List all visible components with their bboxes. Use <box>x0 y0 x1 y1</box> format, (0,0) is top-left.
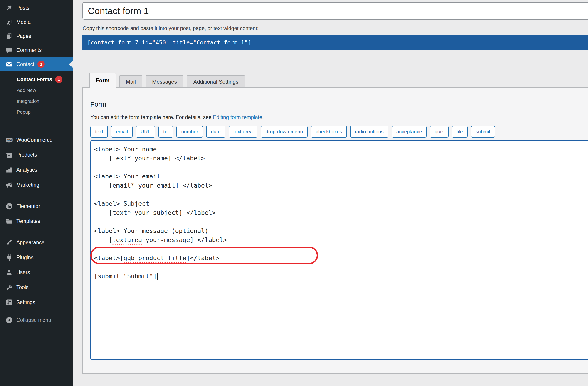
code-line: [text* your-subject] </label> <box>94 208 588 217</box>
sidebar-item-contact[interactable]: Contact 1 <box>0 57 73 71</box>
sidebar-item-label: WooCommerce <box>16 137 52 143</box>
admin-sidebar: Posts Media Pages Comments Contact 1 Con… <box>0 0 73 386</box>
form-title-input[interactable] <box>83 2 588 19</box>
editing-form-template-link[interactable]: Editing form template <box>213 114 262 120</box>
bar-chart-icon <box>5 166 13 174</box>
submenu-item-popup[interactable]: Popup <box>0 107 73 117</box>
sidebar-item-label: Tools <box>16 284 29 290</box>
sidebar-item-label: Appearance <box>16 239 44 246</box>
description-text: You can edit the form template here. For… <box>90 114 213 120</box>
sidebar-item-pages[interactable]: Pages <box>0 29 73 43</box>
collapse-arrow-icon <box>5 316 13 324</box>
code-line: [textarea your-message] </label> <box>94 235 588 245</box>
paintbrush-icon <box>5 238 13 247</box>
sidebar-item-woocommerce[interactable]: Woo WooCommerce <box>0 133 73 147</box>
sidebar-item-label: Templates <box>16 218 40 224</box>
code-line: [email* your-email] </label> <box>94 181 588 190</box>
tag-button-date[interactable]: date <box>206 126 225 138</box>
form-tab-panel: Form You can edit the form template here… <box>83 87 588 374</box>
tab-additional-settings[interactable]: Additional Settings <box>187 75 245 87</box>
spellcheck-underline: gqb_product_title <box>124 254 186 262</box>
sidebar-item-label: Media <box>16 19 31 25</box>
submenu-item-label: Add New <box>17 88 36 93</box>
description-period: . <box>262 114 264 120</box>
sidebar-item-label: Marketing <box>16 182 39 188</box>
sidebar-item-label: Pages <box>16 33 31 39</box>
code-line: <label> Your name <box>94 145 588 154</box>
sidebar-item-analytics[interactable]: Analytics <box>0 162 73 177</box>
pushpin-icon <box>5 4 13 12</box>
code-line-blank <box>94 163 588 172</box>
panel-heading: Form <box>90 100 588 108</box>
sliders-icon <box>5 298 13 306</box>
plugin-icon <box>5 253 13 262</box>
submenu-item-contact-forms[interactable]: Contact Forms 1 <box>0 74 73 85</box>
submenu-item-add-new[interactable]: Add New <box>0 85 73 96</box>
active-menu-arrow <box>69 61 73 68</box>
code-line: <label> Your message (optional) <box>94 226 588 235</box>
sidebar-item-tools[interactable]: Tools <box>0 280 73 295</box>
code-line: [text* your-name] </label> <box>94 154 588 163</box>
tag-button-tel[interactable]: tel <box>158 126 173 138</box>
sidebar-item-templates[interactable]: Templates <box>0 214 73 229</box>
code-line-blank <box>94 263 588 272</box>
wrench-icon <box>5 283 13 291</box>
tag-button-submit[interactable]: submit <box>471 126 495 138</box>
tag-button-quiz[interactable]: quiz <box>430 126 448 138</box>
sidebar-item-settings[interactable]: Settings <box>0 295 73 310</box>
sidebar-item-marketing[interactable]: Marketing <box>0 177 73 192</box>
tag-generator-buttons: text email URL tel number date text area… <box>90 126 588 138</box>
sidebar-item-products[interactable]: Products <box>0 147 73 162</box>
code-line: <label> Your email <box>94 172 588 181</box>
tag-button-number[interactable]: number <box>176 126 203 138</box>
sidebar-item-plugins[interactable]: Plugins <box>0 250 73 265</box>
tab-messages[interactable]: Messages <box>146 75 183 87</box>
sidebar-item-elementor[interactable]: Elementor <box>0 199 73 214</box>
elementor-icon <box>5 202 13 210</box>
collapse-menu-button[interactable]: Collapse menu <box>0 312 73 328</box>
editor-tabs: Form Mail Messages Additional Settings <box>89 73 588 87</box>
sidebar-item-label: Contact <box>16 61 34 67</box>
sidebar-item-users[interactable]: Users <box>0 265 73 280</box>
mail-icon <box>5 60 13 68</box>
sidebar-item-label: Products <box>16 152 37 158</box>
tag-button-text[interactable]: text <box>90 126 108 138</box>
code-line-blank <box>94 217 588 226</box>
sidebar-item-label: Users <box>16 270 30 275</box>
tag-button-radio-buttons[interactable]: radio buttons <box>350 126 388 138</box>
sidebar-item-posts[interactable]: Posts <box>0 1 73 15</box>
code-line-blank <box>94 245 588 253</box>
tag-button-text-area[interactable]: text area <box>229 126 258 138</box>
media-icon <box>5 18 13 26</box>
sidebar-item-comments[interactable]: Comments <box>0 43 73 57</box>
megaphone-icon <box>5 181 13 189</box>
submenu-item-label: Integration <box>17 98 39 104</box>
woocommerce-icon: Woo <box>5 136 13 144</box>
submenu-item-integration[interactable]: Integration <box>0 96 73 107</box>
submenu-item-label: Contact Forms <box>17 77 52 82</box>
shortcode-input[interactable] <box>83 35 588 50</box>
tag-button-file[interactable]: file <box>452 126 468 138</box>
tag-button-url[interactable]: URL <box>136 126 155 138</box>
tag-button-acceptance[interactable]: acceptance <box>392 126 427 138</box>
code-line-blank <box>94 190 588 199</box>
sidebar-item-label: Settings <box>16 299 35 306</box>
sidebar-item-label: Analytics <box>16 167 37 173</box>
sidebar-item-appearance[interactable]: Appearance <box>0 235 73 250</box>
tag-button-checkboxes[interactable]: checkboxes <box>311 126 347 138</box>
text-cursor <box>157 273 158 280</box>
sidebar-item-label: Posts <box>16 5 29 11</box>
shortcode-help-text: Copy this shortcode and paste it into yo… <box>83 25 588 32</box>
product-box-icon <box>5 151 13 159</box>
sidebar-item-label: Comments <box>16 47 42 53</box>
tab-mail[interactable]: Mail <box>119 75 142 87</box>
form-template-editor[interactable]: <label> Your name [text* your-name] </la… <box>90 140 588 360</box>
code-line-highlighted: <label>[gqb_product_title]</label> <box>94 253 588 263</box>
tag-button-email[interactable]: email <box>111 126 133 138</box>
tag-button-drop-down-menu[interactable]: drop-down menu <box>261 126 308 138</box>
code-line: <label> Subject <box>94 199 588 208</box>
tab-form[interactable]: Form <box>89 73 116 88</box>
collapse-menu-label: Collapse menu <box>16 317 51 323</box>
sidebar-item-label: Elementor <box>16 203 40 209</box>
sidebar-item-media[interactable]: Media <box>0 15 73 29</box>
